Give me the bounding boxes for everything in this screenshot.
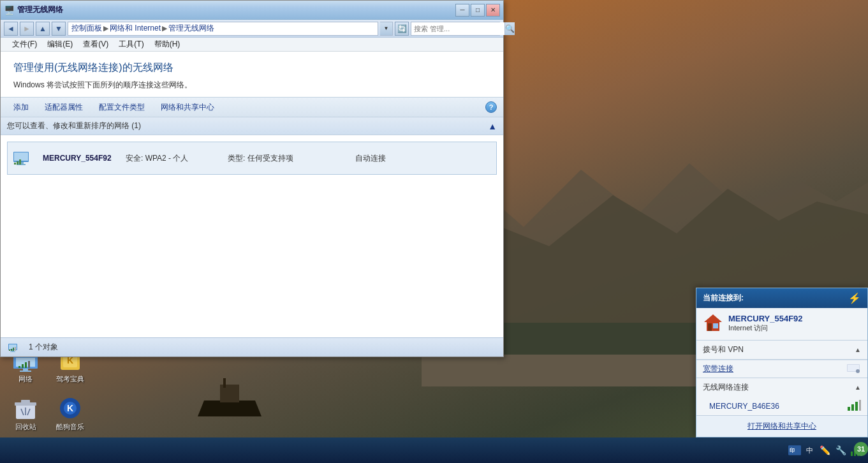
popup-vpn-text: 拨号和 VPN (703, 344, 744, 355)
popup-broadband-text[interactable]: 宽带连接 (703, 364, 733, 374)
popup-net-status: Internet 访问 (728, 323, 803, 333)
search-icon[interactable]: 🔍 (504, 22, 515, 35)
status-network-icon (7, 340, 22, 355)
status-bar: 1 个对象 (1, 337, 503, 356)
close-button[interactable]: ✕ (486, 4, 500, 17)
tray-chinese[interactable]: 中 (806, 446, 813, 455)
page-title: 管理使用(无线网络连接)的无线网络 (13, 61, 490, 75)
tray-wrench[interactable]: 🔧 (834, 444, 847, 457)
network-name: MERCURY_554F92 (43, 154, 126, 163)
svg-rect-30 (14, 163, 16, 165)
tray-input-method[interactable]: 印 (788, 444, 801, 457)
svg-point-46 (856, 369, 860, 373)
svg-rect-49 (855, 402, 858, 411)
menu-help[interactable]: 帮助(H) (149, 38, 186, 51)
svg-rect-53 (851, 452, 853, 456)
menu-edit[interactable]: 编辑(E) (42, 38, 78, 51)
svg-rect-6 (220, 385, 239, 402)
address-path[interactable]: 控制面板 ▶ 网络和 Internet ▶ 管理无线网络 (68, 22, 378, 36)
window-controls: ─ □ ✕ (455, 4, 500, 17)
recycle-icon (13, 395, 38, 421)
forward-button[interactable]: ► (20, 22, 34, 36)
menu-view[interactable]: 查看(V) (78, 38, 114, 51)
add-button[interactable]: 添加 (7, 99, 35, 115)
popup-vpn-header[interactable]: 拨号和 VPN ▲ (696, 341, 867, 359)
svg-rect-37 (9, 349, 10, 351)
network-security: 安全: WPA2 - 个人 (126, 153, 228, 164)
svg-rect-7 (223, 378, 226, 388)
tray-network[interactable]: 31 (850, 445, 863, 456)
svg-marker-5 (198, 401, 261, 416)
content-area: 管理使用(无线网络连接)的无线网络 Windows 将尝试按照下面所列的顺序连接… (1, 52, 503, 337)
popup-wireless-expand: ▲ (855, 384, 861, 391)
network-auto: 自动连接 (355, 153, 386, 164)
boat (191, 375, 268, 428)
adapter-button[interactable]: 适配器属性 (38, 99, 89, 115)
popup-footer-link[interactable]: 打开网络和共享中心 (747, 422, 816, 430)
svg-rect-22 (21, 400, 30, 403)
popup-footer: 打开网络和共享中心 (696, 415, 867, 437)
svg-rect-42 (708, 323, 712, 331)
svg-marker-41 (704, 314, 722, 331)
profile-button[interactable]: 配置文件类型 (92, 99, 151, 115)
popup-wireless-header[interactable]: 无线网络连接 ▲ (696, 378, 867, 397)
study-label: 驾考宝典 (56, 374, 84, 384)
svg-text:K: K (67, 403, 73, 413)
breadcrumb-part-3[interactable]: 管理无线网络 (168, 23, 214, 34)
svg-rect-12 (20, 371, 31, 372)
popup-broadband-section: 宽带连接 (696, 359, 867, 378)
svg-rect-39 (13, 348, 14, 351)
notification-badge: 31 (854, 442, 868, 456)
minimize-button[interactable]: ─ (455, 4, 469, 17)
toolbar: 添加 适配器属性 配置文件类型 网络和共享中心 ? (1, 97, 503, 117)
popup-broadband-item[interactable]: 宽带连接 (696, 360, 867, 378)
help-button[interactable]: ? (485, 101, 497, 113)
tray-pen[interactable]: ✏️ (818, 444, 831, 457)
window-title: 管理无线网络 (17, 4, 455, 15)
popup-wireless-network[interactable]: MERCURY_B46E36 (709, 402, 779, 411)
music-icon: K (57, 395, 83, 421)
window-icon: 🖥️ (4, 5, 14, 15)
popup-header-text: 当前连接到: (703, 293, 744, 304)
svg-rect-13 (18, 366, 20, 368)
desktop: 网络 K 驾考宝典 回收站 K (0, 0, 868, 463)
maximize-button[interactable]: □ (471, 4, 485, 17)
network-list-header: 您可以查看、修改和重新排序的网络 (1) ▲ (1, 117, 503, 135)
breadcrumb-part-2[interactable]: 网络和 Internet (110, 23, 161, 34)
recent-button[interactable]: ▼ (52, 22, 66, 36)
page-header: 管理使用(无线网络连接)的无线网络 Windows 将尝试按照下面所列的顺序连接… (1, 52, 503, 97)
svg-rect-14 (22, 364, 24, 368)
svg-rect-50 (859, 400, 861, 411)
back-button[interactable]: ◄ (4, 22, 18, 36)
svg-rect-32 (19, 159, 21, 165)
popup-wireless-item[interactable]: MERCURY_B46E36 (696, 397, 867, 415)
collapse-icon[interactable]: ▲ (488, 121, 497, 131)
breadcrumb-part-1[interactable]: 控制面板 (71, 23, 102, 34)
svg-rect-15 (25, 362, 27, 368)
network-type: 类型: 任何受支持项 (228, 153, 355, 164)
address-dropdown[interactable]: ▼ (380, 22, 393, 36)
music-label: 酷狗音乐 (56, 422, 84, 432)
desktop-icon-recycle[interactable]: 回收站 (3, 395, 48, 432)
breadcrumb-sep-1: ▶ (103, 24, 108, 33)
svg-rect-48 (851, 404, 854, 411)
network-item[interactable]: MERCURY_554F92 安全: WPA2 - 个人 类型: 任何受支持项 … (7, 142, 497, 175)
svg-rect-47 (848, 407, 850, 411)
popup-net-name: MERCURY_554F92 (728, 314, 803, 323)
refresh-button[interactable]: 🔄 (395, 22, 409, 36)
svg-rect-43 (713, 323, 718, 328)
search-input[interactable] (411, 22, 504, 35)
menu-tools[interactable]: 工具(T) (114, 38, 149, 51)
title-bar: 🖥️ 管理无线网络 ─ □ ✕ (1, 1, 503, 20)
desktop-icon-music[interactable]: K 酷狗音乐 (48, 395, 92, 432)
page-subtitle: Windows 将尝试按照下面所列的顺序连接这些网络。 (13, 80, 490, 91)
menu-file[interactable]: 文件(F) (7, 38, 42, 51)
popup-wifi-icon: ⚡ (848, 292, 861, 304)
sharing-button[interactable]: 网络和共享中心 (154, 99, 221, 115)
svg-rect-38 (11, 349, 12, 351)
popup-signal-icon (847, 399, 861, 413)
menu-bar: 文件(F) 编辑(E) 查看(V) 工具(T) 帮助(H) (1, 38, 503, 52)
popup-connected-item[interactable]: MERCURY_554F92 Internet 访问 (703, 313, 861, 334)
recycle-label: 回收站 (15, 422, 36, 432)
up-button[interactable]: ▲ (36, 22, 50, 36)
